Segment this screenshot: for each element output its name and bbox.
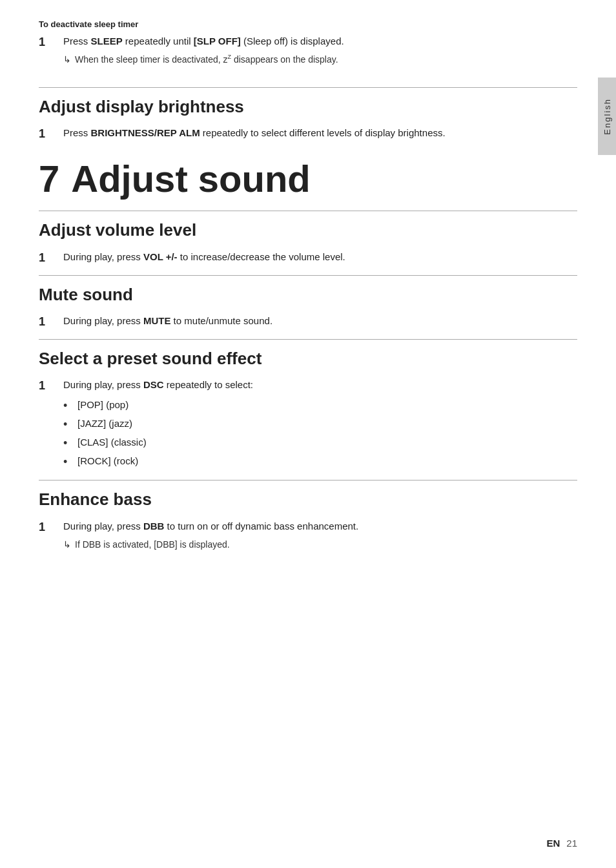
preset-step1: 1 During play, press DSC repeatedly to s… [39,378,577,394]
bass-note-arrow: ↳ [63,538,71,552]
preset-bullet-2: [JAZZ] (jazz) [77,417,132,431]
bass-heading: Enhance bass [39,490,577,510]
page: English To deactivate sleep timer 1 Pres… [0,0,616,868]
preset-step1-number: 1 [39,378,63,394]
preset-heading: Select a preset sound effect [39,349,577,369]
chapter7-number: 7 [39,158,59,200]
footer-lang: EN [546,838,560,849]
sleep-step1-content: Press SLEEP repeatedly until [SLP OFF] (… [63,34,551,49]
deactivate-sleep-section: To deactivate sleep timer 1 Press SLEEP … [39,19,577,78]
divider-3 [39,275,577,276]
preset-bullet-1: [POP] (pop) [77,398,128,413]
bass-step1-content: During play, press DBB to turn on or off… [63,519,577,534]
bullet-dot-4: • [63,453,77,471]
sleep-keyword2: [SLP OFF] [194,36,241,46]
bass-step1-number: 1 [39,519,63,535]
sleep-step1: 1 Press SLEEP repeatedly until [SLP OFF]… [39,34,551,50]
preset-bullet-4: [ROCK] (rock) [77,454,138,469]
divider-1 [39,87,577,88]
brightness-step1-content: Press BRIGHTNESS/REP ALM repeatedly to s… [63,126,577,141]
volume-heading: Adjust volume level [39,220,577,240]
list-item: • [ROCK] (rock) [63,454,577,471]
preset-section: Select a preset sound effect 1 During pl… [39,349,577,471]
bullet-dot-2: • [63,416,77,433]
volume-section: Adjust volume level 1 During play, press… [39,220,577,265]
bass-step1: 1 During play, press DBB to turn on or o… [39,519,577,535]
mute-step1-content: During play, press MUTE to mute/unmute s… [63,314,577,329]
deactivate-sleep-heading: To deactivate sleep timer [39,19,551,29]
mute-step1-number: 1 [39,314,63,330]
sleep-step1-number: 1 [39,34,63,50]
footer: EN 21 [39,838,577,849]
bass-section: Enhance bass 1 During play, press DBB to… [39,490,577,551]
volume-step1: 1 During play, press VOL +/- to increase… [39,250,577,266]
list-item: • [POP] (pop) [63,398,577,415]
chapter7-heading: 7Adjust sound [39,158,577,200]
chapter7-title: Adjust sound [71,158,311,200]
brightness-keyword: BRIGHTNESS/REP ALM [91,127,200,138]
sidebar-label: English [602,98,612,135]
preset-step1-content: During play, press DSC repeatedly to sel… [63,378,577,393]
mute-step1: 1 During play, press MUTE to mute/unmute… [39,314,577,330]
sleep-note-arrow: ↳ [63,53,71,67]
bass-note-text: If DBB is activated, [DBB] is displayed. [75,538,230,552]
divider-5 [39,480,577,480]
volume-step1-number: 1 [39,250,63,266]
divider-2 [39,211,577,211]
brightness-step1: 1 Press BRIGHTNESS/REP ALM repeatedly to… [39,126,577,142]
preset-bullet-list: • [POP] (pop) • [JAZZ] (jazz) • [CLAS] (… [63,398,577,471]
volume-step1-content: During play, press VOL +/- to increase/d… [63,250,577,265]
bullet-dot-3: • [63,435,77,452]
preset-bullet-3: [CLAS] (classic) [77,435,147,450]
footer-page: 21 [566,838,577,849]
list-item: • [JAZZ] (jazz) [63,417,577,433]
brightness-heading: Adjust display brightness [39,97,577,117]
sidebar-tab: English [598,78,616,155]
preset-keyword: DSC [143,379,164,390]
bullet-dot-1: • [63,397,77,415]
list-item: • [CLAS] (classic) [63,435,577,452]
volume-keyword: VOL +/- [143,251,178,262]
sleep-keyword1: SLEEP [91,36,123,46]
bass-note: ↳ If DBB is activated, [DBB] is displaye… [63,538,577,552]
mute-section: Mute sound 1 During play, press MUTE to … [39,285,577,330]
mute-heading: Mute sound [39,285,577,305]
bass-keyword: DBB [143,521,165,532]
divider-4 [39,339,577,340]
sleep-note-text: When the sleep timer is deactivated, zZ … [75,53,338,67]
mute-keyword: MUTE [143,315,171,326]
brightness-step1-number: 1 [39,126,63,142]
sleep-note: ↳ When the sleep timer is deactivated, z… [63,53,551,67]
brightness-section: Adjust display brightness 1 Press BRIGHT… [39,97,577,142]
